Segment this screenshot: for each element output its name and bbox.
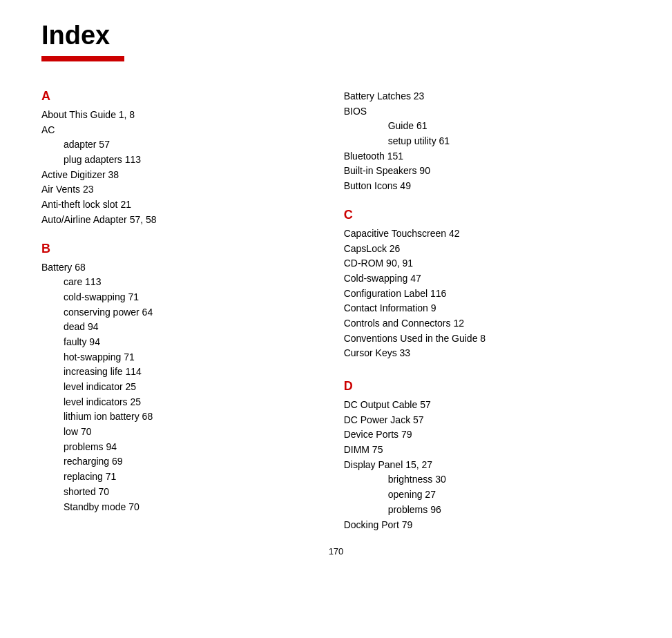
index-entry: replacing 71 [41, 470, 316, 485]
index-entry: conserving power 64 [41, 305, 316, 320]
index-entry: Guide 61 [344, 119, 631, 134]
index-entry: level indicators 25 [41, 395, 316, 410]
index-entry: Docking Port 79 [344, 518, 631, 533]
index-entry: Device Ports 79 [344, 427, 631, 443]
index-entry: Button Icons 49 [344, 179, 631, 194]
index-entry: increasing life 114 [41, 365, 316, 380]
page-container: Index AAbout This Guide 1, 8ACadapter 57… [0, 0, 672, 638]
index-entry: opening 27 [344, 487, 631, 503]
index-entry: DC Power Jack 57 [344, 413, 631, 428]
index-entry: low 70 [41, 425, 316, 440]
index-entry: Controls and Connectors 12 [344, 316, 631, 331]
index-entry: Contact Information 9 [344, 301, 631, 316]
section-letter-A: A [41, 89, 316, 104]
index-entry: dead 94 [41, 320, 316, 335]
index-entry: Built-in Speakers 90 [344, 164, 631, 179]
index-entry: care 113 [41, 275, 316, 290]
index-entry: faulty 94 [41, 335, 316, 350]
index-entry: plug adapters 113 [41, 153, 316, 168]
index-entry: CapsLock 26 [344, 242, 631, 257]
index-entry: Anti-theft lock slot 21 [41, 197, 316, 213]
index-entry: About This Guide 1, 8 [41, 108, 316, 123]
index-entry: BIOS [344, 104, 631, 119]
index-entry: recharging 69 [41, 454, 316, 470]
index-entry: Active Digitizer 38 [41, 168, 316, 183]
index-entry: lithium ion battery 68 [41, 409, 316, 425]
right-column: Battery Latches 23BIOSGuide 61setup util… [337, 89, 631, 532]
index-entry: setup utility 61 [344, 134, 631, 149]
index-columns: AAbout This Guide 1, 8ACadapter 57plug a… [41, 89, 631, 532]
index-entry: shorted 70 [41, 485, 316, 500]
section-letter-B: B [41, 242, 316, 256]
index-entry: Display Panel 15, 27 [344, 458, 631, 473]
page-number: 170 [41, 546, 631, 557]
index-entry: level indicator 25 [41, 380, 316, 395]
index-entry: Air Vents 23 [41, 182, 316, 197]
index-entry: Conventions Used in the Guide 8 [344, 331, 631, 347]
index-entry: Standby mode 70 [41, 500, 316, 515]
index-entry: Battery 68 [41, 260, 316, 276]
index-entry: Cursor Keys 33 [344, 346, 631, 361]
index-entry: adapter 57 [41, 137, 316, 153]
index-entry: Bluetooth 151 [344, 149, 631, 164]
index-entry: problems 96 [344, 503, 631, 518]
index-entry: Configuration Label 116 [344, 287, 631, 302]
index-entry: brightness 30 [344, 472, 631, 487]
index-entry: AC [41, 123, 316, 138]
index-entry: DIMM 75 [344, 443, 631, 458]
section-letter-right-D: D [344, 379, 631, 394]
left-column: AAbout This Guide 1, 8ACadapter 57plug a… [41, 89, 337, 532]
index-entry: Capacitive Touchscreen 42 [344, 226, 631, 242]
section-letter-right-C: C [344, 208, 631, 222]
page-title: Index [41, 21, 631, 50]
index-entry: cold-swapping 71 [41, 290, 316, 305]
index-entry: hot-swapping 71 [41, 350, 316, 365]
index-entry: Battery Latches 23 [344, 89, 631, 104]
red-bar [41, 56, 124, 61]
index-entry: Cold-swapping 47 [344, 271, 631, 287]
index-entry: Auto/Airline Adapter 57, 58 [41, 213, 316, 228]
index-entry: CD-ROM 90, 91 [344, 256, 631, 271]
index-entry: problems 94 [41, 440, 316, 455]
index-entry: DC Output Cable 57 [344, 398, 631, 413]
